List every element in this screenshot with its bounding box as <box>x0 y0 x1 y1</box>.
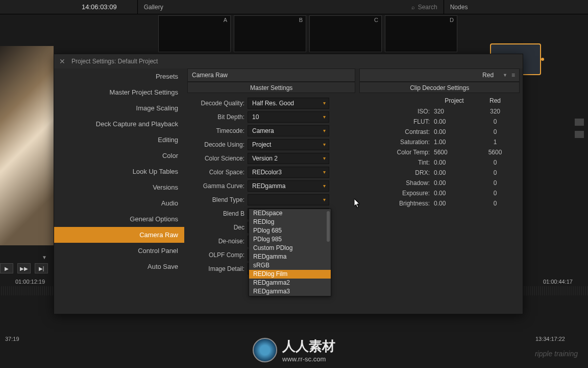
clip-table-row: Shadow:0.000 <box>363 178 516 188</box>
dropdown-item[interactable]: REDlog Film <box>249 270 331 279</box>
search-icon: ⌕ <box>411 4 415 10</box>
clip-table-row: Contrast:0.000 <box>363 127 516 137</box>
setting-label: Color Space: <box>187 169 248 176</box>
clip-label: Shadow: <box>363 179 434 187</box>
viewer-image <box>0 46 54 245</box>
setting-dropdown[interactable]: REDgamma <box>248 180 329 192</box>
panel-mode-select[interactable]: Red <box>482 72 503 79</box>
thumb-letter: B <box>299 17 303 23</box>
sidebar-item-auto-save[interactable]: Auto Save <box>54 259 184 274</box>
watermark: 人人素材 www.rr-sc.com <box>253 337 335 363</box>
panel-title: Camera Raw <box>192 72 228 79</box>
gallery-thumb[interactable]: A <box>158 15 231 52</box>
clip-project-value: 5600 <box>434 149 475 156</box>
clip-label: DRX: <box>363 169 434 176</box>
dropdown-item[interactable]: REDgamma2 <box>249 279 331 287</box>
clip-red-value: 0 <box>475 200 516 207</box>
setting-label: Timecode: <box>187 127 248 134</box>
dropdown-item[interactable]: sRGB <box>249 261 331 270</box>
playhead-marker-icon: ▼ <box>42 255 47 260</box>
clip-project-value: 0.00 <box>434 179 475 187</box>
dropdown-item[interactable]: REDgamma <box>249 252 331 261</box>
sidebar-item-look-up-tables[interactable]: Look Up Tables <box>54 164 184 179</box>
timeline-tc-left: 01:00:12:19 <box>15 279 45 285</box>
play-button[interactable]: ▶ <box>0 263 13 273</box>
gallery-thumb[interactable]: C <box>309 15 382 52</box>
next-clip-button[interactable]: ▶| <box>35 263 48 273</box>
setting-label: Decode Quality: <box>187 100 248 107</box>
search-box[interactable]: ⌕ Search <box>411 4 437 11</box>
clip-red-value: 0 <box>475 169 516 176</box>
setting-label: OLPF Comp: <box>187 251 248 259</box>
setting-row: Color Science:Version 2 <box>187 151 355 165</box>
sidebar-item-versions[interactable]: Versions <box>54 179 184 195</box>
sidebar-item-control-panel[interactable]: Control Panel <box>54 243 184 259</box>
clip-red-value: 1 <box>475 139 516 146</box>
sidebar-item-image-scaling[interactable]: Image Scaling <box>54 100 184 116</box>
setting-label: Bit Depth: <box>187 113 248 121</box>
dialog-header: ✕ Project Settings: Default Project <box>54 54 523 68</box>
sidebar-item-camera-raw[interactable]: Camera Raw <box>54 227 184 243</box>
dropdown-item[interactable]: PDlog 985 <box>249 235 331 244</box>
watermark-text: 人人素材 <box>282 338 335 354</box>
search-placeholder: Search <box>418 4 437 11</box>
sidebar-item-general-options[interactable]: General Options <box>54 211 184 227</box>
nodes-label: Nodes <box>450 4 468 11</box>
sidebar-item-editing[interactable]: Editing <box>54 132 184 148</box>
nodes-section: Nodes <box>444 0 474 14</box>
clip-table-row: Exposure:0.000 <box>363 188 516 198</box>
sidebar-item-deck-capture-and-playback[interactable]: Deck Capture and Playback <box>54 116 184 132</box>
setting-dropdown[interactable]: 10 <box>248 111 329 123</box>
setting-dropdown[interactable] <box>248 194 329 205</box>
dropdown-item[interactable]: REDgamma3 <box>249 287 331 296</box>
clip-table-row: Brightness:0.000 <box>363 198 516 209</box>
dropdown-item[interactable]: REDlog <box>249 218 331 226</box>
tool-icon[interactable] <box>575 131 584 138</box>
master-settings-header: Master Settings <box>187 82 355 93</box>
clip-label: Saturation: <box>363 139 434 146</box>
close-icon[interactable]: ✕ <box>59 57 65 65</box>
dropdown-item[interactable]: PDlog 685 <box>249 226 331 235</box>
clip-decoder-header: Clip Decoder Settings <box>359 82 520 93</box>
top-bar: 14:06:03:09 Gallery ⌕ Search Nodes <box>0 0 588 14</box>
setting-label: Dec <box>187 224 248 231</box>
fast-forward-button[interactable]: ▶▶ <box>17 263 31 273</box>
setting-row: Decode Quality:Half Res. Good <box>187 96 355 110</box>
setting-dropdown[interactable]: Project <box>248 139 329 150</box>
setting-label: De-noise: <box>187 238 248 245</box>
menu-icon[interactable]: ≡ <box>511 72 515 79</box>
chevron-down-icon: ▼ <box>503 73 507 78</box>
setting-dropdown[interactable]: Half Res. Good <box>248 98 329 109</box>
gamma-curve-dropdown-menu: REDspaceREDlogPDlog 685PDlog 985Custom P… <box>249 209 331 296</box>
sidebar-item-master-project-settings[interactable]: Master Project Settings <box>54 84 184 100</box>
tool-icon[interactable] <box>575 119 584 126</box>
gallery-thumb[interactable]: B <box>234 15 306 52</box>
clip-label: ISO: <box>363 108 434 115</box>
gallery-thumb[interactable]: D <box>385 15 457 52</box>
clip-table-row: ISO:320320 <box>363 106 516 117</box>
col-project: Project <box>434 97 475 104</box>
dropdown-item[interactable]: REDspace <box>249 209 331 218</box>
dialog-title: Project Settings: Default Project <box>71 58 158 65</box>
watermark-url: www.rr-sc.com <box>282 355 335 363</box>
clip-label: FLUT: <box>363 118 434 125</box>
sidebar-item-color[interactable]: Color <box>54 148 184 164</box>
timeline-tc-bottom-right: 13:34:17:22 <box>535 336 565 342</box>
setting-label: Gamma Curve: <box>187 182 248 190</box>
setting-row: Decode Using:Project <box>187 137 355 151</box>
clip-project-value: 0.00 <box>434 128 475 135</box>
mouse-cursor-icon <box>354 199 361 208</box>
sidebar-item-presets[interactable]: Presets <box>54 68 184 84</box>
clip-project-value: 0.00 <box>434 118 475 125</box>
dropdown-item[interactable]: Custom PDlog <box>249 244 331 252</box>
panel-mode-bar: Red ▼ ≡ <box>359 68 520 82</box>
dropdown-scrollbar[interactable] <box>327 211 330 242</box>
setting-dropdown[interactable]: Version 2 <box>248 153 329 164</box>
setting-dropdown[interactable]: Camera <box>248 125 329 136</box>
thumb-letter: D <box>450 17 454 23</box>
setting-dropdown[interactable]: REDcolor3 <box>248 167 329 178</box>
clip-table-header: Project Red <box>363 95 516 106</box>
sidebar-item-audio[interactable]: Audio <box>54 195 184 211</box>
clip-red-value: 0 <box>475 128 516 135</box>
clip-label: Brightness: <box>363 200 434 207</box>
